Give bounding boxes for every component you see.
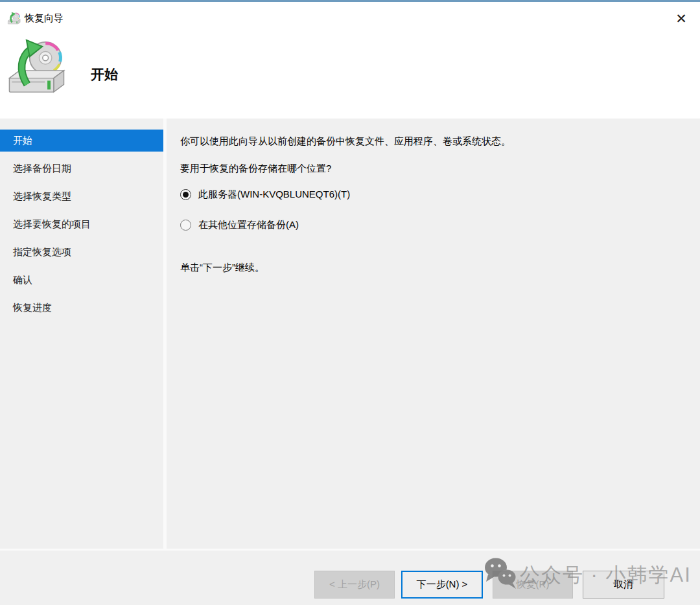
question-text: 要用于恢复的备份存储在哪个位置? (180, 163, 331, 175)
radio-unselected-icon[interactable] (180, 220, 191, 231)
step-confirmation: 确认 (0, 269, 163, 291)
step-recovery-progress: 恢复进度 (0, 297, 163, 319)
step-select-recovery-type: 选择恢复类型 (0, 185, 163, 207)
intro-text: 你可以使用此向导从以前创建的备份中恢复文件、应用程序、卷或系统状态。 (180, 135, 511, 148)
wizard-body: 开始 选择备份日期 选择恢复类型 选择要恢复的项目 指定恢复选项 确认 恢复进度… (0, 119, 700, 605)
window-title: 恢复向导 (25, 12, 64, 25)
wizard-steps-sidebar: 开始 选择备份日期 选择恢复类型 选择要恢复的项目 指定恢复选项 确认 恢复进度 (0, 119, 163, 605)
recover-button[interactable]: 恢复(R) (493, 571, 573, 599)
recovery-wizard-window: 恢复向导 ✕ 开始 开始 选择备份日期 选择恢复类型 选择要恢复的项目 指定恢复… (0, 0, 700, 605)
page-title: 开始 (91, 65, 118, 84)
radio-label-this-server[interactable]: 此服务器(WIN-KVQBLUNEQT6)(T) (198, 188, 350, 201)
step-select-items: 选择要恢复的项目 (0, 213, 163, 235)
restore-wizard-icon (7, 12, 21, 25)
sidebar-divider (163, 119, 167, 549)
step-getting-started: 开始 (0, 130, 163, 152)
radio-selected-icon[interactable] (180, 189, 191, 200)
radio-option-this-server[interactable]: 此服务器(WIN-KVQBLUNEQT6)(T) (180, 188, 350, 201)
step-specify-options: 指定恢复选项 (0, 241, 163, 263)
restore-big-icon (5, 39, 67, 96)
cancel-button[interactable]: 取消 (583, 571, 664, 599)
titlebar: 恢复向导 ✕ (0, 4, 700, 32)
button-bar-separator (0, 549, 700, 551)
step-select-backup-date: 选择备份日期 (0, 157, 163, 179)
wizard-header: 开始 (0, 32, 700, 119)
radio-option-other-location[interactable]: 在其他位置存储备份(A) (180, 219, 299, 231)
radio-label-other-location[interactable]: 在其他位置存储备份(A) (198, 219, 299, 231)
next-button[interactable]: 下一步(N) > (401, 571, 483, 599)
previous-button[interactable]: < 上一步(P) (314, 571, 395, 599)
close-icon[interactable]: ✕ (671, 9, 691, 29)
hint-text: 单击“下一步”继续。 (180, 262, 264, 274)
